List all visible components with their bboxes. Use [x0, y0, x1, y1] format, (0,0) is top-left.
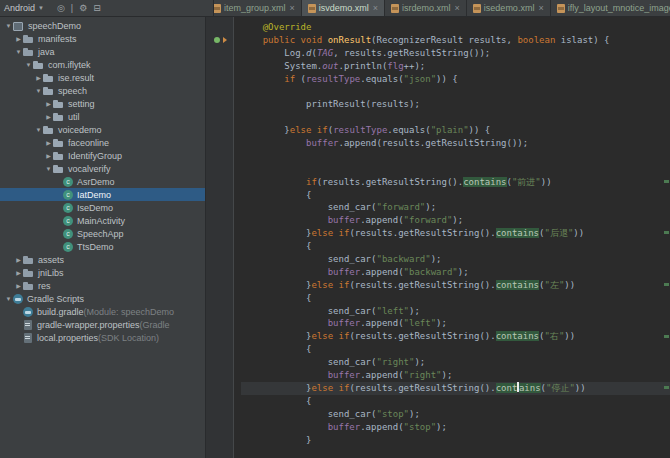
editor-tab[interactable]: isvdemo.xml× — [302, 0, 385, 16]
code-line[interactable]: System.out.println(flg++); — [241, 60, 670, 73]
code-token: contains — [496, 228, 539, 238]
code-line[interactable]: send_car("stop"); — [241, 408, 670, 421]
code-line[interactable]: buffer.append("backward"); — [241, 266, 670, 279]
locate-file-icon[interactable]: ◎ — [57, 1, 65, 16]
code-line[interactable]: } — [241, 434, 670, 447]
code-line[interactable] — [241, 163, 670, 176]
tree-toggle-arrow[interactable]: ▶ — [44, 152, 53, 159]
package-icon — [53, 164, 64, 174]
editor-tab[interactable]: ifly_layout_mnotice_image.xml× — [551, 0, 670, 16]
code-line[interactable]: { — [241, 292, 670, 305]
tree-toggle-arrow[interactable]: ▼ — [14, 49, 23, 55]
tree-toggle-arrow[interactable]: ▶ — [44, 113, 53, 120]
editor-tab[interactable]: item_group.xml× — [214, 0, 302, 16]
code-line[interactable]: if(results.getResultString().contains("前… — [241, 176, 670, 189]
code-line[interactable]: Log.d(TAG, results.getResultString()); — [241, 47, 670, 60]
tree-item[interactable]: build.gradle (Module: speechDemo — [0, 305, 205, 318]
code-line[interactable]: buffer.append(results.getResultString())… — [241, 137, 670, 150]
hide-panel-icon[interactable]: ⊟ — [93, 1, 101, 16]
tree-item[interactable]: ▶util — [0, 110, 205, 123]
tree-toggle-arrow[interactable]: ▶ — [14, 269, 23, 276]
code-line[interactable]: { — [241, 343, 670, 356]
tree-item[interactable]: gradle-wrapper.properties (Gradle — [0, 318, 205, 331]
code-line[interactable]: if (resultType.equals("json")) { — [241, 73, 670, 86]
settings-gear-icon[interactable]: ⚙ — [79, 1, 87, 16]
tree-toggle-arrow[interactable]: ▼ — [24, 62, 33, 68]
tree-item[interactable]: ▼com.iflytek — [0, 58, 205, 71]
tree-toggle-arrow[interactable]: ▼ — [4, 23, 13, 29]
tree-item[interactable]: ▼Gradle Scripts — [0, 292, 205, 305]
search-match-stripe[interactable] — [664, 335, 669, 338]
tree-item[interactable]: cIseDemo — [0, 201, 205, 214]
search-match-stripe[interactable] — [664, 386, 669, 389]
tree-item[interactable]: ▶setting — [0, 97, 205, 110]
tree-item[interactable]: ▼vocalverify — [0, 162, 205, 175]
tab-close-icon[interactable]: × — [373, 3, 378, 13]
code-line[interactable] — [241, 111, 670, 124]
tree-item[interactable]: ▼voicedemo — [0, 123, 205, 136]
code-line[interactable]: public void onResult(RecognizerResult re… — [241, 34, 670, 47]
code-line[interactable]: send_car("right"); — [241, 356, 670, 369]
code-line[interactable]: buffer.append("forward"); — [241, 214, 670, 227]
search-match-stripe[interactable] — [664, 283, 669, 286]
tree-item[interactable]: ▶jniLibs — [0, 266, 205, 279]
code-line[interactable]: { — [241, 240, 670, 253]
tree-item[interactable]: ▶assets — [0, 253, 205, 266]
tree-item[interactable]: ▶manifests — [0, 32, 205, 45]
tree-item[interactable]: cMainActivity — [0, 214, 205, 227]
tree-toggle-arrow[interactable]: ▶ — [14, 282, 23, 289]
editor-tab[interactable]: isrdemo.xml× — [385, 0, 467, 16]
code-line[interactable]: }else if(results.getResultString().conta… — [241, 279, 670, 292]
tab-close-icon[interactable]: × — [455, 3, 460, 13]
code-line[interactable]: printResult(results); — [241, 98, 670, 111]
code-line[interactable]: send_car("forward"); — [241, 201, 670, 214]
tree-toggle-arrow[interactable]: ▶ — [14, 35, 23, 42]
code-line[interactable] — [241, 85, 670, 98]
tree-toggle-arrow[interactable]: ▶ — [34, 74, 43, 81]
tree-item[interactable]: ▶IdentifyGroup — [0, 149, 205, 162]
editor-tab[interactable]: isedemo.xml× — [467, 0, 551, 16]
code-line[interactable]: }else if(results.getResultString().conta… — [241, 382, 670, 395]
code-line[interactable]: }else if(resultType.equals("plain")) { — [241, 124, 670, 137]
tree-item[interactable]: cSpeechApp — [0, 227, 205, 240]
tree-item[interactable]: ▶res — [0, 279, 205, 292]
code-line[interactable]: send_car("left"); — [241, 305, 670, 318]
editor-gutter[interactable] — [206, 17, 234, 458]
tree-item[interactable]: ▶faceonline — [0, 136, 205, 149]
tree-toggle-arrow[interactable]: ▼ — [34, 127, 43, 133]
code-line[interactable]: buffer.append("left"); — [241, 317, 670, 330]
code-line[interactable]: }else if(results.getResultString().conta… — [241, 227, 670, 240]
code-line[interactable]: { — [241, 189, 670, 202]
code-content[interactable]: @Overridepublic void onResult(Recognizer… — [234, 17, 670, 458]
tab-close-icon[interactable]: × — [538, 3, 543, 13]
tree-toggle-arrow[interactable]: ▶ — [44, 139, 53, 146]
tree-toggle-arrow[interactable]: ▼ — [44, 166, 53, 172]
props-icon — [24, 320, 32, 330]
override-marker-icon[interactable] — [214, 37, 220, 43]
tree-item[interactable]: local.properties (SDK Location) — [0, 331, 205, 344]
code-line[interactable]: @Override — [241, 21, 670, 34]
error-stripe[interactable] — [663, 17, 670, 458]
run-marker-icon[interactable] — [223, 37, 227, 43]
tree-item[interactable]: cIatDemo — [0, 188, 205, 201]
tree-toggle-arrow[interactable]: ▶ — [44, 100, 53, 107]
code-line[interactable]: send_car("backward"); — [241, 253, 670, 266]
tree-toggle-arrow[interactable]: ▶ — [14, 256, 23, 263]
tree-item[interactable]: cTtsDemo — [0, 240, 205, 253]
code-line[interactable]: { — [241, 395, 670, 408]
tree-item[interactable]: ▼java — [0, 45, 205, 58]
tab-close-icon[interactable]: × — [290, 3, 295, 13]
tree-item[interactable]: cAsrDemo — [0, 175, 205, 188]
tree-toggle-arrow[interactable]: ▼ — [4, 296, 13, 302]
code-line[interactable] — [241, 150, 670, 163]
code-line[interactable]: }else if(results.getResultString().conta… — [241, 330, 670, 343]
code-line[interactable]: buffer.append("right"); — [241, 369, 670, 382]
tree-item[interactable]: ▶ise.result — [0, 71, 205, 84]
search-match-stripe[interactable] — [664, 180, 669, 183]
tree-toggle-arrow[interactable]: ▼ — [34, 88, 43, 94]
code-line[interactable]: buffer.append("stop"); — [241, 421, 670, 434]
project-view-selector[interactable]: Android — [4, 3, 35, 13]
tree-item[interactable]: ▼speechDemo — [0, 19, 205, 32]
tree-item[interactable]: ▼speech — [0, 84, 205, 97]
search-match-stripe[interactable] — [664, 231, 669, 234]
